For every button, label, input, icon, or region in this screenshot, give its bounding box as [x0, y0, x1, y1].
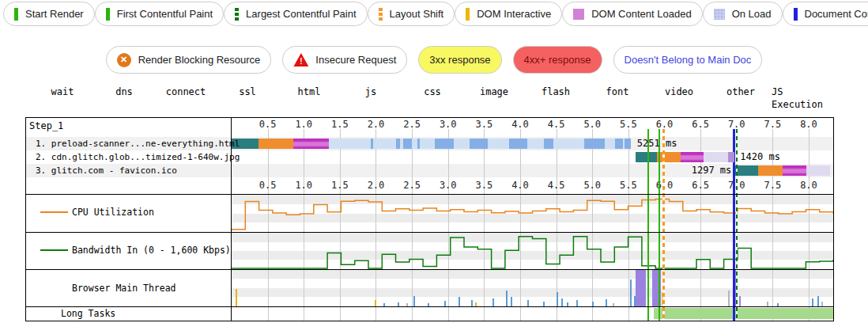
axis-tick-top: 7.0: [728, 119, 745, 130]
legend-first-contentful-paint: First Contentful Paint: [95, 2, 224, 26]
ssl-swatch-icon: [219, 100, 276, 110]
legend-label: Largest Contentful Paint: [246, 8, 356, 20]
axis-tick-bottom: 6.5: [692, 180, 709, 191]
quartile-bands: [232, 270, 833, 306]
legend-label: Layout Shift: [390, 8, 444, 20]
main-thread-spike: [561, 298, 563, 306]
main-thread-label: Browser Main Thread: [72, 283, 176, 294]
legend-start-render: Start Render: [3, 2, 95, 26]
legend-label: Start Render: [25, 8, 84, 20]
html-download-chunk: [403, 139, 412, 149]
axis-tick-bottom: 2.0: [368, 180, 385, 191]
cpu-line-sample-icon: [40, 211, 68, 213]
connect-segment: [657, 152, 680, 162]
axis-tick-top: 2.0: [368, 119, 385, 130]
legend-document-complete: Document Complete: [783, 2, 868, 26]
main-thread-spike: [413, 296, 415, 306]
legend-label: DOM Content Loaded: [591, 8, 691, 20]
legend-label: 4xx+ response: [524, 54, 591, 66]
bandwidth-in-line: [232, 233, 833, 269]
main-thread-spike: [728, 291, 730, 306]
divider: [26, 194, 833, 195]
main-thread-spike: [236, 289, 237, 306]
ssl-segment: [293, 139, 330, 149]
mime-legend-label: wait: [51, 86, 74, 98]
mime-legend-label: other: [726, 86, 755, 98]
legend-render-blocking: ✕Render Blocking Resource: [106, 46, 272, 74]
axis-tick-bottom: 3.5: [476, 180, 493, 191]
axis-tick-top: 6.5: [692, 119, 709, 130]
html-download-chunk: [470, 139, 488, 149]
axis-tick-bottom: 4.5: [548, 180, 565, 191]
main-thread-spike: [511, 297, 512, 306]
step-label: Step_1: [29, 120, 63, 131]
image-download-chunk: [728, 152, 734, 162]
axis-tick-bottom: 5.5: [620, 180, 637, 191]
html-download-chunk: [417, 139, 420, 149]
waterfall-table: Step_1 1. preload-scanner...ne-everythin…: [25, 117, 834, 321]
mime-legend-label: video: [665, 86, 693, 98]
main-thread-spike: [527, 300, 529, 306]
image-download-segment: [704, 152, 728, 162]
main-thread-block: [636, 270, 646, 306]
divider: [26, 232, 833, 233]
legend-largest-contentful-paint: Largest Contentful Paint: [224, 2, 367, 26]
cpu-utilization-line: [232, 195, 833, 232]
document-complete-marker-icon: [794, 8, 798, 21]
request-row-label-3[interactable]: 3. glitch.com - favicon.ico: [36, 164, 177, 177]
main-thread-spike: [634, 296, 636, 306]
legend-insecure-request: !Insecure Request: [282, 46, 407, 74]
mime-legend-label: font: [606, 86, 629, 98]
wait-swatch-icon: [34, 100, 91, 110]
mime-legend-label: JS Execution: [772, 86, 833, 111]
legend-label: On Load: [732, 8, 772, 20]
axis-tick-top: 2.5: [403, 119, 421, 130]
warning-triangle-icon: !: [293, 53, 308, 66]
main-thread-spike: [557, 292, 558, 306]
mime-legend-label: image: [480, 86, 508, 98]
first-contentful-paint-marker-line: [659, 129, 660, 321]
request-row-label-2[interactable]: 2. cdn.glitch.glob...timized-1-640w.jpg: [36, 150, 240, 164]
flash-swatch-icon: [527, 100, 584, 110]
html-download-chunk: [396, 139, 400, 149]
axis-tick-bottom: 1.0: [295, 180, 312, 191]
axis-tick-bottom: 0.5: [259, 180, 277, 191]
legend-3xx-response: 3xx response: [418, 46, 501, 74]
on-load-marker-icon: [714, 9, 725, 20]
mime-legend-label: html: [298, 86, 321, 98]
html-download-chunk: [584, 139, 605, 149]
waterfall-chart-area: 0.50.51.01.01.51.52.02.02.52.53.03.03.53…: [232, 118, 833, 321]
main-thread-spike: [812, 298, 813, 306]
request-row-label-1[interactable]: 1. preload-scanner...ne-everything.html: [36, 137, 240, 150]
axis-tick-top: 3.5: [476, 119, 493, 130]
axis-tick-bottom: 3.0: [440, 180, 457, 191]
request-duration-label: 5251 ms: [637, 139, 677, 149]
dns-swatch-icon: [96, 100, 153, 110]
font-swatch-icon: [589, 100, 646, 110]
html-download-chunk: [509, 139, 527, 149]
legend-label: Doesn't Belong to Main Doc: [625, 54, 752, 66]
axis-tick-bottom: 1.5: [331, 180, 349, 191]
other-swatch-icon: [712, 100, 769, 110]
legend-4xx-response: 4xx+ response: [513, 46, 602, 74]
dns-segment: [636, 152, 657, 162]
legend-label: 3xx response: [429, 54, 490, 66]
axis-tick-top: 6.0: [656, 119, 674, 130]
layout-shift-marker-line: [662, 129, 665, 321]
axis-tick-top: 1.5: [331, 119, 349, 130]
html-download-chunk: [371, 139, 373, 149]
main-thread-spike: [444, 301, 446, 306]
main-thread-spike: [471, 300, 473, 306]
ssl-segment: [783, 165, 806, 176]
divider: [26, 306, 833, 307]
legend-label: DOM Interactive: [477, 8, 551, 20]
mime-legend-label: css: [424, 86, 441, 98]
axis-tick-top: 4.0: [511, 119, 529, 130]
render-blocking-icon: ✕: [117, 53, 131, 67]
legend-label: First Contentful Paint: [117, 8, 213, 20]
main-thread-spike: [606, 299, 607, 306]
image-swatch-icon: [466, 100, 523, 110]
axis-tick-bottom: 7.5: [764, 180, 782, 191]
legend-label: Document Complete: [805, 8, 868, 20]
lcp-marker-icon: [235, 8, 239, 21]
